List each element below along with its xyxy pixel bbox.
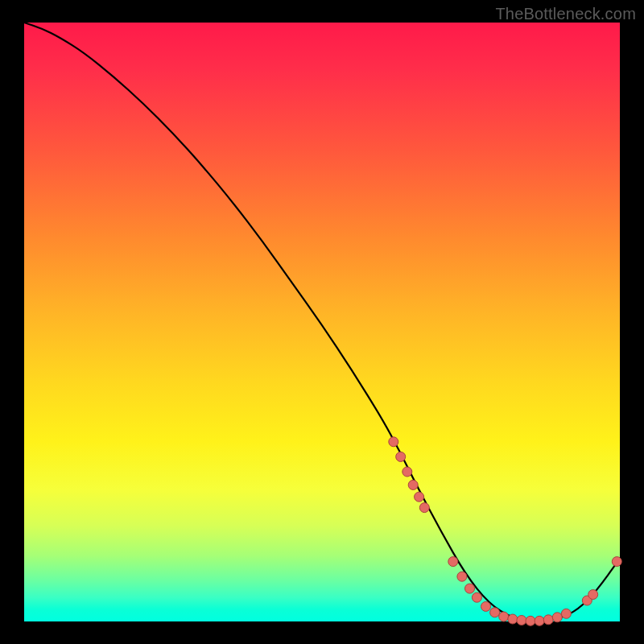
data-dot (508, 614, 518, 624)
data-dot (612, 557, 621, 567)
data-dot (402, 467, 412, 477)
data-dot (465, 584, 475, 593)
data-dot (415, 492, 424, 502)
data-dot (552, 613, 562, 622)
data-dot (517, 616, 526, 625)
data-dot (543, 615, 553, 625)
bottleneck-curve (24, 23, 620, 621)
data-dot (396, 452, 406, 461)
data-dot (499, 612, 509, 621)
data-dot (490, 608, 500, 617)
watermark-text: TheBottleneck.com (495, 5, 636, 23)
plot-area (24, 23, 620, 621)
data-dots (389, 437, 622, 626)
data-dot (448, 557, 458, 567)
data-dot (535, 616, 544, 625)
data-dot (561, 609, 571, 618)
chart-stage: TheBottleneck.com (0, 0, 644, 644)
data-dot (588, 590, 598, 600)
data-dot (472, 592, 481, 602)
data-dot (389, 437, 398, 447)
data-dot (481, 601, 491, 611)
chart-svg (24, 23, 620, 621)
data-dot (408, 480, 418, 489)
data-dot (526, 616, 535, 625)
data-dot (457, 572, 467, 581)
data-dot (419, 503, 429, 513)
